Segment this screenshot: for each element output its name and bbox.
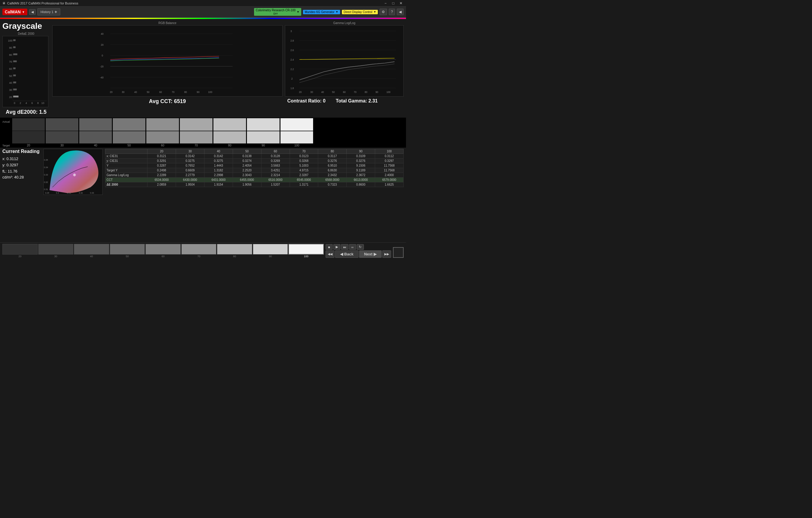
svg-text:0.33: 0.33 xyxy=(44,174,48,176)
nav-back-button[interactable]: ◀ xyxy=(29,9,36,15)
svg-text:3: 3 xyxy=(291,30,292,33)
svg-text:0.31: 0.31 xyxy=(67,192,71,194)
deltaE-chart: 100 90 80 70 60 50 40 30 20 0 2 4 6 8 10 xyxy=(2,36,48,107)
refresh-button[interactable]: ↻ xyxy=(357,244,364,250)
bottom-swatch-80[interactable]: 80 xyxy=(217,244,252,258)
generator-dropdown-icon: ▼ xyxy=(336,10,338,13)
row-label-6: ΔE 2000 xyxy=(105,182,147,187)
svg-rect-19 xyxy=(13,53,18,55)
display-device-button[interactable]: Direct Display Control ▼ xyxy=(342,10,378,14)
bottom-swatch-40[interactable]: 40 xyxy=(74,244,109,258)
app-icon: 🖥 xyxy=(2,1,5,5)
svg-text:40: 40 xyxy=(101,33,104,35)
deltaE-chart-label: DeltaE 2000 xyxy=(2,32,50,35)
cell-3-8: 11.7568 xyxy=(375,168,404,173)
chromaticity-svg: 0.29 0.3 0.31 0.32 0.33 0.31 0.32 0.33 0… xyxy=(43,149,103,195)
bottom-swatch-20[interactable]: 20 xyxy=(2,244,38,258)
reading-cd: cd/m²: 40.28 xyxy=(2,174,41,181)
svg-text:0.33: 0.33 xyxy=(90,192,94,194)
swatch-30: 30 xyxy=(46,118,78,147)
avg-dE-label: Avg dE2000: 1.5 xyxy=(2,109,50,115)
svg-text:70: 70 xyxy=(172,91,175,93)
svg-rect-22 xyxy=(13,75,16,76)
back-arrow-icon: ◀ xyxy=(340,252,343,256)
swatch-50: 50 xyxy=(113,118,145,147)
settings-button[interactable]: ⚙ xyxy=(380,9,387,15)
svg-text:80: 80 xyxy=(9,53,12,56)
logo-dropdown-icon[interactable]: ▼ xyxy=(22,10,25,13)
cell-4-8: 2.4000 xyxy=(375,173,404,178)
bottom-swatch-60[interactable]: 60 xyxy=(145,244,181,258)
back-button[interactable]: ◀ Back xyxy=(335,250,358,258)
svg-text:1.8: 1.8 xyxy=(291,87,294,90)
svg-rect-17 xyxy=(13,39,16,41)
add-tab-button[interactable]: + xyxy=(55,9,57,14)
table-header-label xyxy=(105,149,147,154)
bottom-swatch-100[interactable]: 100 xyxy=(288,244,324,258)
table-row-2: Y0.32870.76521.44432.40543.56635.10036.9… xyxy=(105,163,404,168)
row-label-3: Target Y xyxy=(105,168,147,173)
table-header-70: 70 xyxy=(290,149,318,154)
cell-5-3: 6455.0000 xyxy=(233,178,261,182)
next-frame-button[interactable]: ⏭ xyxy=(341,244,348,250)
cell-6-0: 2.0859 xyxy=(147,182,176,187)
cell-0-2: 0.3142 xyxy=(204,154,233,159)
colorimetry-device-button[interactable]: Colorimetry Research CR-100DIY ▼ xyxy=(254,8,301,16)
svg-text:4: 4 xyxy=(26,102,27,105)
gamma-area: Gamma Log/Log 3 2.8 2.6 2.4 2.2 2 1.8 2 xyxy=(285,21,404,115)
skip-forward-button[interactable]: ▶▶ xyxy=(382,250,391,258)
table-header-30: 30 xyxy=(176,149,204,154)
cell-1-2: 0.3275 xyxy=(204,159,233,163)
bottom-swatch-70[interactable]: 70 xyxy=(181,244,216,258)
cell-2-6: 6.9510 xyxy=(318,163,347,168)
loop-button[interactable]: ∞ xyxy=(349,244,356,250)
generator-device-button[interactable]: Murideo 6G Generator ▼ xyxy=(303,10,340,14)
minimize-button[interactable]: − xyxy=(383,1,388,5)
calman-logo[interactable]: CalMAN ▼ xyxy=(2,9,27,15)
cell-5-5: 6545.0000 xyxy=(290,178,318,182)
bottom-swatch-50[interactable]: 50 xyxy=(110,244,145,258)
next-label: Next xyxy=(364,252,373,256)
row-label-5: CCT xyxy=(105,178,147,182)
svg-text:0.31: 0.31 xyxy=(44,188,48,190)
measurement-table: 20 30 40 50 60 70 80 90 100 x: CIE310.31… xyxy=(105,149,404,187)
svg-text:50: 50 xyxy=(147,91,150,93)
table-row-4: Gamma Log/Log2.22892.27792.29982.30432.3… xyxy=(105,173,404,178)
cell-4-0: 2.2289 xyxy=(147,173,176,178)
svg-text:0.29: 0.29 xyxy=(45,192,49,194)
cell-4-2: 2.2998 xyxy=(204,173,233,178)
cell-4-1: 2.2779 xyxy=(176,173,204,178)
swatch-70: 70 xyxy=(180,118,212,147)
history-tab[interactable]: History 1 + xyxy=(37,8,61,16)
svg-text:20: 20 xyxy=(9,96,12,99)
table-header-50: 50 xyxy=(233,149,261,154)
help-button[interactable]: ? xyxy=(389,9,395,15)
rgb-balance-area: RGB Balance 40 20 0 -20 -40 20 30 40 50 xyxy=(52,21,283,115)
data-section: Current Reading x: 0.3112 y: 0.3297 fL: … xyxy=(0,147,406,242)
next-button[interactable]: Next ▶ xyxy=(359,250,382,258)
bottom-swatch-90[interactable]: 90 xyxy=(253,244,288,258)
cell-0-5: 0.3123 xyxy=(290,154,318,159)
svg-text:10: 10 xyxy=(41,102,44,105)
display-dropdown-icon: ▼ xyxy=(373,10,376,13)
play-button[interactable]: ▶ xyxy=(333,244,340,250)
maximize-button[interactable]: □ xyxy=(390,1,396,5)
bottom-swatch-30[interactable]: 30 xyxy=(38,244,74,258)
toolbar: CalMAN ▼ ◀ History 1 + Colorimetry Resea… xyxy=(0,6,406,18)
skip-back-button[interactable]: ◀◀ xyxy=(325,250,335,258)
cell-2-1: 0.7652 xyxy=(176,163,204,168)
svg-text:0.32: 0.32 xyxy=(79,192,83,194)
cell-1-0: 0.3291 xyxy=(147,159,176,163)
cell-6-3: 1.9056 xyxy=(233,182,261,187)
swatch-axis-labels: Actual Target xyxy=(2,120,11,147)
cell-6-7: 0.8600 xyxy=(347,182,375,187)
reading-title: Current Reading xyxy=(2,149,41,154)
next-arrow-icon: ▶ xyxy=(374,252,377,256)
reading-x: x: 0.3112 xyxy=(2,156,41,162)
stop-button[interactable]: ■ xyxy=(325,244,333,250)
rgb-chart-title: RGB Balance xyxy=(52,21,283,25)
collapse-button[interactable]: ◀ xyxy=(397,9,404,15)
table-row-6: ΔE 20002.08591.95041.91541.90561.52071.3… xyxy=(105,182,404,187)
svg-text:50: 50 xyxy=(332,91,335,93)
close-button[interactable]: ✕ xyxy=(398,1,404,5)
